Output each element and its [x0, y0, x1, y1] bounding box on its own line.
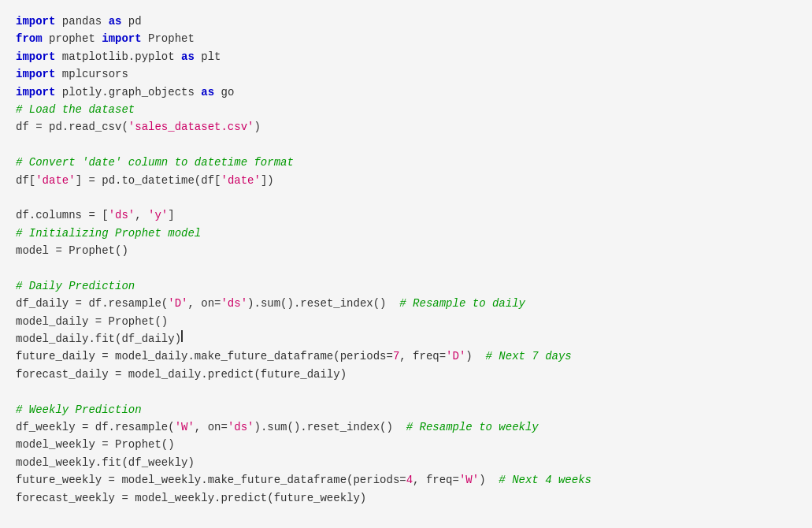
- plain-token: forecast_daily = model_daily.predict(fut…: [16, 366, 347, 383]
- plain-token: , freq=: [413, 471, 459, 489]
- plain-token: df[: [16, 172, 35, 189]
- code-line: future_weekly = model_weekly.make_future…: [16, 471, 796, 489]
- plain-token: future_weekly = model_weekly.make_future…: [16, 471, 406, 489]
- text-cursor: [181, 330, 183, 342]
- str-token: 'ds': [221, 295, 247, 312]
- comment-token: # Resample to daily: [399, 295, 525, 312]
- plain-token: plotly.graph_objects: [55, 84, 201, 101]
- plain-token: model = Prophet(): [16, 242, 128, 259]
- kw-token: as: [109, 13, 122, 30]
- code-line: model_daily = Prophet(): [16, 313, 796, 330]
- plain-token: ,: [135, 206, 148, 224]
- plain-token: ]: [168, 206, 174, 224]
- kw-token: as: [181, 48, 195, 65]
- plain-token: ).sum().reset_index(): [254, 418, 406, 436]
- plain-token: go: [214, 84, 234, 101]
- str-token: 'date': [35, 172, 75, 189]
- plain-token: pandas: [55, 13, 108, 30]
- plain-token: Prophet: [142, 30, 195, 47]
- str-token: 'sales_dataset.csv': [128, 118, 254, 136]
- code-line: df['date'] = pd.to_datetime(df['date']): [16, 172, 796, 189]
- plain-token: prophet: [43, 30, 102, 47]
- code-line: df = pd.read_csv('sales_dataset.csv'): [16, 118, 796, 136]
- code-line: [16, 189, 796, 206]
- plain-token: ): [465, 348, 485, 365]
- code-line: import mplcursors: [16, 65, 796, 83]
- num-token: 7: [393, 348, 399, 365]
- code-line: import matplotlib.pyplot as plt: [16, 48, 796, 65]
- plain-token: model_weekly.fit(df_weekly): [16, 454, 195, 471]
- comment-token: # Next 4 weeks: [499, 471, 591, 489]
- kw-token: import: [16, 13, 55, 30]
- str-token: 'ds': [228, 418, 254, 436]
- kw-token: import: [16, 84, 55, 101]
- code-editor: import pandas as pdfrom prophet import P…: [0, 0, 812, 528]
- kw-token: as: [201, 84, 214, 101]
- code-line: import pandas as pd: [16, 13, 796, 30]
- comment-token: # Daily Prediction: [16, 277, 135, 295]
- code-line: df_daily = df.resample('D', on='ds').sum…: [16, 295, 796, 312]
- plain-token: , freq=: [399, 348, 446, 365]
- plain-token: model_daily = Prophet(): [16, 313, 168, 330]
- plain-token: df = pd.read_csv(: [16, 118, 128, 136]
- plain-token: , on=: [195, 418, 228, 436]
- plain-token: df_daily = df.resample(: [16, 295, 168, 312]
- plain-token: ): [479, 471, 499, 489]
- plain-token: plt: [195, 48, 221, 65]
- code-line: df_weekly = df.resample('W', on='ds').su…: [16, 418, 796, 436]
- plain-token: ] = pd.to_datetime(df[: [76, 172, 221, 189]
- plain-token: matplotlib.pyplot: [55, 48, 181, 65]
- code-line: # Weekly Prediction: [16, 401, 796, 418]
- plain-token: , on=: [187, 295, 221, 312]
- plain-token: ).sum().reset_index(): [247, 295, 399, 312]
- str-token: 'W': [459, 471, 479, 489]
- comment-token: # Convert 'date' column to datetime form…: [16, 154, 294, 171]
- code-line: [16, 136, 796, 154]
- str-token: 'y': [148, 206, 168, 224]
- kw-token: import: [16, 48, 55, 65]
- code-line: # Daily Prediction: [16, 277, 796, 295]
- comment-token: # Load the dataset: [16, 101, 135, 118]
- plain-token: ): [254, 118, 260, 136]
- code-line: [16, 383, 796, 400]
- str-token: 'D': [168, 295, 187, 312]
- plain-token: forecast_weekly = model_weekly.predict(f…: [16, 489, 366, 507]
- str-token: 'D': [446, 348, 465, 365]
- code-line: # Load the dataset: [16, 101, 796, 118]
- code-line: from prophet import Prophet: [16, 30, 796, 47]
- code-line: model_weekly = Prophet(): [16, 436, 796, 453]
- kw-token: import: [102, 30, 141, 47]
- str-token: 'W': [175, 418, 195, 436]
- plain-token: model_weekly = Prophet(): [16, 436, 175, 453]
- code-line: df.columns = ['ds', 'y']: [16, 206, 796, 224]
- kw-token: from: [16, 30, 43, 47]
- plain-token: mplcursors: [55, 65, 128, 83]
- comment-token: # Weekly Prediction: [16, 401, 142, 418]
- code-line: forecast_weekly = model_weekly.predict(f…: [16, 489, 796, 507]
- num-token: 4: [406, 471, 413, 489]
- plain-token: ]): [261, 172, 274, 189]
- code-line: # Initializing Prophet model: [16, 225, 796, 242]
- plain-token: df_weekly = df.resample(: [16, 418, 175, 436]
- plain-token: df.columns = [: [16, 206, 109, 224]
- str-token: 'ds': [109, 206, 135, 224]
- code-line: model_weekly.fit(df_weekly): [16, 454, 796, 471]
- code-line: future_daily = model_daily.make_future_d…: [16, 348, 796, 365]
- comment-token: # Resample to weekly: [406, 418, 539, 436]
- code-line: forecast_daily = model_daily.predict(fut…: [16, 366, 796, 383]
- plain-token: model_daily.fit(df_daily): [16, 330, 181, 348]
- plain-token: future_daily = model_daily.make_future_d…: [16, 348, 393, 365]
- str-token: 'date': [221, 172, 260, 189]
- code-line: [16, 259, 796, 277]
- kw-token: import: [16, 65, 55, 83]
- comment-token: # Initializing Prophet model: [16, 225, 201, 242]
- code-line: import plotly.graph_objects as go: [16, 84, 796, 101]
- comment-token: # Next 7 days: [486, 348, 572, 365]
- code-line: model_daily.fit(df_daily): [16, 330, 796, 348]
- code-line: model = Prophet(): [16, 242, 796, 259]
- plain-token: pd: [121, 13, 141, 30]
- code-line: # Convert 'date' column to datetime form…: [16, 154, 796, 171]
